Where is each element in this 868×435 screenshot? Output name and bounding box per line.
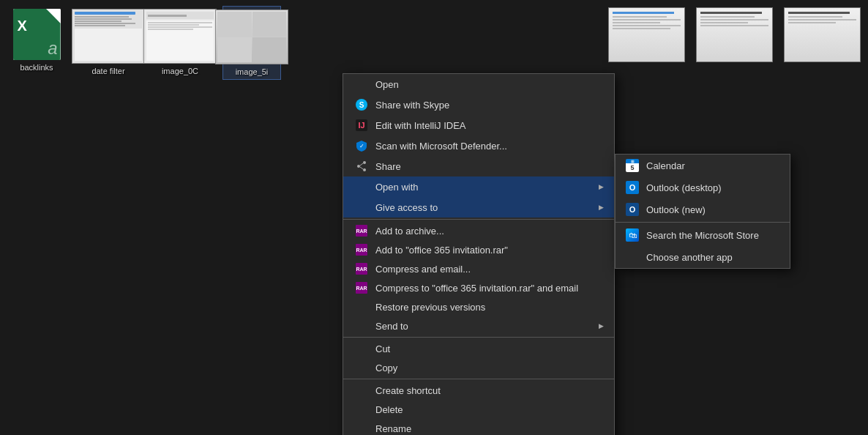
submenu-item-search-store[interactable]: 🛍 Search the Microsoft Store: [616, 224, 790, 246]
menu-label-open: Open: [375, 79, 399, 90]
svg-line-9: [360, 167, 363, 169]
desktop-icon-backlinks[interactable]: X a backlinks: [7, 6, 66, 80]
menu-item-open[interactable]: Open: [343, 74, 614, 94]
image5i-thumbnail: [215, 10, 288, 64]
thumbnails-right-area: [608, 7, 861, 62]
skype-icon: S: [353, 99, 370, 111]
icon-label-date-filter: date filter: [91, 67, 124, 75]
menu-item-compress-email[interactable]: RAR Compress and email...: [343, 259, 614, 278]
menu-item-share[interactable]: Share: [343, 156, 614, 176]
icon-label-backlinks: backlinks: [20, 63, 53, 72]
submenu-item-calendar[interactable]: ▦ 5 Calendar: [616, 155, 790, 176]
menu-label-cut: Cut: [375, 343, 390, 354]
menu-label-compress-email: Compress and email...: [375, 264, 471, 275]
menu-item-copy[interactable]: Copy: [343, 358, 614, 377]
menu-label-add-office: Add to "office 365 invitation.rar": [375, 245, 508, 256]
separator-3: [343, 379, 614, 379]
menu-label-rename: Rename: [375, 423, 411, 434]
share-icon: [353, 160, 370, 172]
svg-line-8: [360, 163, 363, 166]
menu-item-add-archive[interactable]: RAR Add to archive...: [343, 221, 614, 240]
submenu-label-choose-app: Choose another app: [646, 252, 733, 263]
menu-label-copy: Copy: [375, 362, 397, 373]
svg-text:RAR: RAR: [356, 286, 367, 291]
svg-text:RAR: RAR: [356, 267, 367, 272]
svg-text:O: O: [629, 183, 636, 192]
submenu-label-outlook-new: Outlook (new): [646, 204, 706, 215]
submenu-item-outlook-new[interactable]: O Outlook (new): [616, 198, 790, 220]
thumbnail-right-1: [608, 7, 685, 62]
svg-text:RAR: RAR: [356, 228, 367, 234]
outlook-desktop-icon: O: [624, 181, 640, 194]
menu-label-restore: Restore previous versions: [375, 302, 485, 313]
menu-label-open-with: Open with: [375, 182, 599, 193]
menu-label-send-to: Send to: [375, 321, 599, 332]
submenu-item-choose-app[interactable]: Choose another app: [616, 246, 790, 268]
store-icon: 🛍: [624, 228, 640, 242]
menu-item-compress-office-email[interactable]: RAR Compress to "office 365 invitation.r…: [343, 278, 614, 297]
menu-label-create-shortcut: Create shortcut: [375, 385, 441, 396]
menu-label-give-access: Give access to: [375, 202, 599, 213]
rar-icon-3: RAR: [353, 263, 370, 275]
svg-text:🛍: 🛍: [629, 231, 637, 239]
submenu-label-outlook-desktop: Outlook (desktop): [646, 182, 722, 193]
submenu-item-outlook-desktop[interactable]: O Outlook (desktop): [616, 176, 790, 198]
menu-label-delete: Delete: [375, 404, 403, 415]
svg-text:S: S: [359, 101, 364, 109]
desktop-icon-date-filter[interactable]: date filter: [79, 6, 138, 80]
menu-item-restore[interactable]: Restore previous versions: [343, 297, 614, 316]
menu-label-compress-office-email: Compress to "office 365 invitation.rar" …: [375, 283, 578, 294]
separator-2: [343, 337, 614, 338]
thumbnail-right-2: [696, 7, 773, 62]
svg-point-5: [363, 161, 366, 164]
menu-label-share-skype: Share with Skype: [375, 100, 449, 111]
menu-item-defender[interactable]: ✓ Scan with Microsoft Defender...: [343, 135, 614, 156]
menu-label-share: Share: [375, 161, 401, 172]
svg-point-7: [363, 168, 366, 171]
svg-text:✓: ✓: [359, 143, 364, 149]
defender-icon: ✓: [353, 140, 370, 152]
submenu-arrow-open-with: ▶: [599, 183, 604, 190]
rar-icon-4: RAR: [353, 282, 370, 294]
desktop-icon-image0c[interactable]: image_0C: [151, 6, 209, 80]
svg-point-6: [357, 165, 360, 168]
menu-item-create-shortcut[interactable]: Create shortcut: [343, 381, 614, 400]
menu-item-share-skype[interactable]: S Share with Skype: [343, 94, 614, 115]
intellij-icon: IJ: [353, 119, 370, 131]
svg-text:O: O: [629, 205, 636, 214]
menu-item-rename[interactable]: Rename: [343, 419, 614, 435]
calendar-icon: ▦ 5: [624, 159, 640, 172]
menu-item-open-with[interactable]: Open with ▶: [343, 176, 614, 197]
separator-1: [343, 219, 614, 220]
thumbnail-right-3: [784, 7, 861, 62]
image0c-thumbnail: [143, 9, 217, 64]
menu-label-add-archive: Add to archive...: [375, 226, 444, 237]
desktop-icon-image5i[interactable]: image_5i: [222, 6, 281, 80]
menu-item-send-to[interactable]: Send to ▶: [343, 316, 614, 335]
submenu-separator: [616, 222, 790, 223]
menu-label-defender: Scan with Microsoft Defender...: [375, 141, 507, 152]
submenu-label-calendar: Calendar: [646, 160, 685, 171]
icon-label-image0c: image_0C: [162, 67, 198, 75]
desktop-icons-row: X a backlinks date filter: [7, 6, 281, 80]
svg-text:RAR: RAR: [356, 248, 367, 253]
desktop: X a backlinks date filter: [0, 0, 868, 435]
submenu-arrow-give-access: ▶: [599, 204, 604, 211]
menu-item-add-office[interactable]: RAR Add to "office 365 invitation.rar": [343, 240, 614, 259]
submenu-label-search-store: Search the Microsoft Store: [646, 230, 759, 241]
submenu-arrow-send-to: ▶: [599, 322, 604, 330]
date-filter-thumbnail: [72, 9, 145, 64]
context-menu: Open S Share with Skype IJ Edit with Int…: [343, 73, 615, 435]
menu-item-intellij[interactable]: IJ Edit with IntelliJ IDEA: [343, 115, 614, 135]
rar-icon-2: RAR: [353, 244, 370, 256]
outlook-new-icon: O: [624, 203, 640, 216]
open-with-submenu: ▦ 5 Calendar O Outlook (desktop) O: [615, 154, 790, 269]
excel-icon: X a: [13, 9, 61, 60]
menu-label-intellij: Edit with IntelliJ IDEA: [375, 120, 466, 131]
rar-icon-1: RAR: [353, 225, 370, 237]
icon-label-image5i: image_5i: [236, 67, 269, 76]
svg-text:IJ: IJ: [358, 121, 364, 130]
menu-item-cut[interactable]: Cut: [343, 339, 614, 358]
menu-item-delete[interactable]: Delete: [343, 400, 614, 419]
menu-item-give-access[interactable]: Give access to ▶: [343, 197, 614, 218]
